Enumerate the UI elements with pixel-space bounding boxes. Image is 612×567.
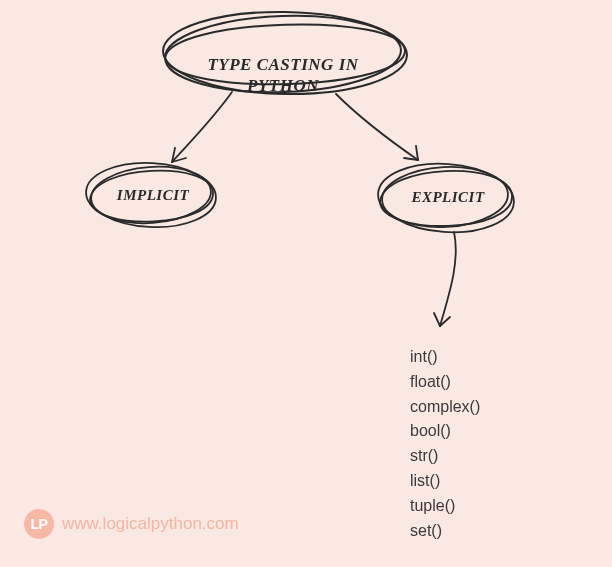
footer: LP www.logicalpython.com xyxy=(24,509,239,539)
logo-badge: LP xyxy=(24,509,54,539)
arrow-to-explicit xyxy=(336,94,418,160)
logo-text: LP xyxy=(31,516,48,532)
explicit-node-label: EXPLICIT xyxy=(411,188,484,207)
root-node-label: TYPE CASTING IN PYTHON xyxy=(193,54,373,97)
list-item: str() xyxy=(410,444,480,469)
list-item: tuple() xyxy=(410,494,480,519)
list-item: float() xyxy=(410,370,480,395)
list-item: int() xyxy=(410,345,480,370)
list-item: bool() xyxy=(410,419,480,444)
list-item: set() xyxy=(410,519,480,544)
site-url: www.logicalpython.com xyxy=(62,514,239,534)
explicit-functions-list: int() float() complex() bool() str() lis… xyxy=(410,345,480,543)
list-item: complex() xyxy=(410,395,480,420)
list-item: list() xyxy=(410,469,480,494)
implicit-node: IMPLICIT xyxy=(88,164,218,226)
explicit-node: EXPLICIT xyxy=(380,164,516,230)
implicit-node-label: IMPLICIT xyxy=(117,186,189,205)
root-node: TYPE CASTING IN PYTHON xyxy=(172,14,394,94)
arrow-to-functions xyxy=(434,232,456,326)
arrow-to-implicit xyxy=(172,92,232,162)
